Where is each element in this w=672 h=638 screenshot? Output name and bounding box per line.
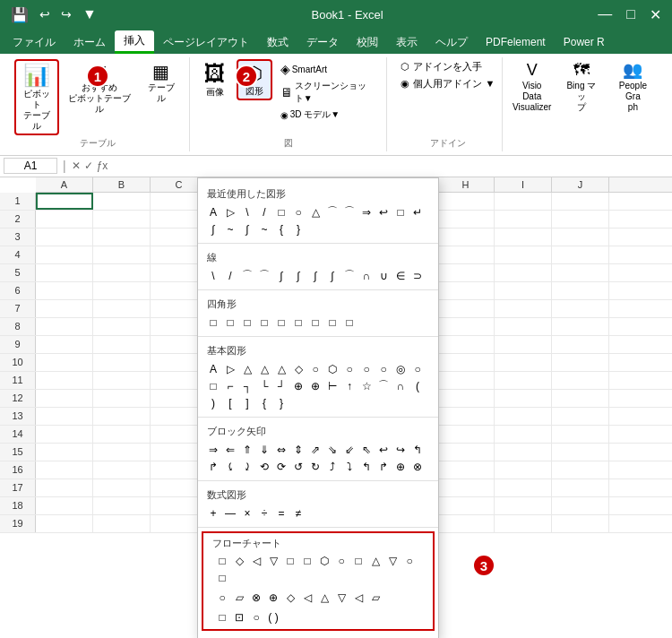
line-z4[interactable]: ∫ [324, 268, 340, 284]
fc-24[interactable]: □ [214, 609, 230, 625]
recommended-pivot-button[interactable]: ⊞ おすすめピボットテーブル [63, 59, 137, 116]
shape-wave4[interactable]: ~ [256, 221, 272, 237]
arrow-17[interactable]: ⟲ [256, 459, 272, 475]
arrow-1[interactable]: ⇒ [205, 442, 221, 458]
screenshot-button[interactable]: 🖥 スクリーンショット▼ [280, 79, 376, 106]
cell-2-9[interactable] [552, 211, 609, 228]
tab-pdfelement[interactable]: PDFelement [477, 30, 555, 54]
cell-17-8[interactable] [495, 479, 552, 496]
fc-15[interactable]: ▱ [231, 590, 247, 606]
line-u[interactable]: ∪ [375, 268, 392, 284]
cell-2-7[interactable] [437, 211, 495, 228]
cell-5-9[interactable] [552, 264, 609, 281]
shape-wave3[interactable]: ∫ [239, 221, 255, 237]
arrow-13[interactable]: ↰ [409, 442, 426, 458]
basic-15[interactable]: ⌐ [222, 378, 238, 394]
cell-1-0[interactable] [36, 193, 93, 210]
line-z2[interactable]: ∫ [290, 268, 306, 284]
line-diag1[interactable]: \ [205, 268, 221, 284]
cell-6-8[interactable] [495, 282, 552, 299]
cell-6-7[interactable] [437, 282, 495, 299]
cell-18-0[interactable] [36, 497, 93, 514]
fc-7[interactable]: ⬡ [316, 553, 332, 569]
math-times[interactable]: × [239, 505, 255, 522]
basic-8[interactable]: ⬡ [324, 361, 340, 377]
table-button[interactable]: ▦ テーブル [141, 59, 182, 106]
line-wave2[interactable]: ⌒ [256, 268, 272, 284]
tab-power-r[interactable]: Power R [555, 30, 614, 54]
cell-3-9[interactable] [552, 228, 609, 246]
cell-7-8[interactable] [495, 300, 552, 317]
basic-24[interactable]: ⌒ [375, 378, 392, 394]
arrow-12[interactable]: ↪ [392, 442, 409, 458]
maximize-icon[interactable]: □ [623, 4, 639, 24]
cell-4-1[interactable] [93, 246, 151, 263]
arrow-21[interactable]: ⤴ [324, 459, 340, 475]
cell-4-7[interactable] [437, 246, 495, 263]
cell-15-1[interactable] [93, 444, 151, 461]
cell-17-1[interactable] [93, 479, 151, 496]
basic-10[interactable]: ○ [358, 361, 375, 377]
arrow-24[interactable]: ↱ [375, 459, 392, 475]
cell-5-7[interactable] [437, 264, 495, 281]
shape-arc2[interactable]: ⌒ [341, 204, 358, 220]
confirm-button[interactable]: ✓ [84, 160, 93, 172]
basic-18[interactable]: ┘ [273, 378, 289, 394]
fc-18[interactable]: ◇ [282, 590, 298, 606]
math-neq[interactable]: ≠ [290, 505, 306, 522]
fc-1[interactable]: □ [214, 553, 230, 569]
fc-6[interactable]: □ [299, 553, 315, 569]
cell-3-7[interactable] [437, 228, 495, 246]
rect-5[interactable]: □ [273, 315, 289, 331]
cell-13-1[interactable] [93, 408, 151, 425]
cell-15-9[interactable] [552, 444, 609, 461]
cell-12-0[interactable] [36, 390, 93, 407]
rect-2[interactable]: □ [222, 315, 238, 331]
image-button[interactable]: 🖼 画像 [197, 59, 233, 99]
arrow-22[interactable]: ⤵ [341, 459, 358, 475]
cell-12-7[interactable] [437, 390, 495, 407]
line-diag2[interactable]: / [222, 268, 238, 284]
cell-7-0[interactable] [36, 300, 93, 317]
cell-15-0[interactable] [36, 444, 93, 461]
shape-rect[interactable]: □ [273, 204, 289, 220]
cell-11-7[interactable] [437, 372, 495, 389]
cell-18-8[interactable] [495, 497, 552, 514]
arrow-20[interactable]: ↻ [307, 459, 323, 475]
minimize-icon[interactable]: — [594, 4, 616, 24]
cell-14-0[interactable] [36, 426, 93, 443]
cell-17-0[interactable] [36, 479, 93, 496]
tab-insert[interactable]: 挿入 [115, 30, 154, 54]
basic-28[interactable]: [ [222, 395, 238, 411]
cell-2-1[interactable] [93, 211, 151, 228]
cell-8-8[interactable] [495, 318, 552, 335]
shape-brace2[interactable]: } [290, 221, 306, 237]
math-minus[interactable]: — [222, 505, 238, 522]
cell-7-1[interactable] [93, 300, 151, 317]
cell-4-8[interactable] [495, 246, 552, 263]
line-supset[interactable]: ⊃ [409, 268, 426, 284]
close-icon[interactable]: ✕ [646, 4, 665, 25]
arrow-16[interactable]: ⤸ [239, 459, 255, 475]
arrow-4[interactable]: ⇓ [256, 442, 272, 458]
cell-11-8[interactable] [495, 372, 552, 389]
visio-button[interactable]: V Visio DataVisualizer [510, 59, 555, 115]
cell-15-8[interactable] [495, 444, 552, 461]
cell-16-7[interactable] [437, 461, 495, 478]
rect-6[interactable]: □ [290, 315, 306, 331]
basic-23[interactable]: ☆ [358, 378, 375, 394]
fc-25[interactable]: ⊡ [231, 609, 247, 625]
basic-5[interactable]: △ [273, 361, 289, 377]
arrow-15[interactable]: ⤹ [222, 459, 238, 475]
arrow-10[interactable]: ⇖ [358, 442, 375, 458]
shape-arc1[interactable]: ⌒ [324, 204, 340, 220]
cell-8-9[interactable] [552, 318, 609, 335]
basic-27[interactable]: ) [205, 395, 221, 411]
fc-8[interactable]: ○ [333, 553, 349, 569]
basic-17[interactable]: └ [256, 378, 272, 394]
fc-9[interactable]: □ [350, 553, 366, 569]
cell-15-7[interactable] [437, 444, 495, 461]
basic-31[interactable]: } [273, 395, 289, 411]
cell-2-0[interactable] [36, 211, 93, 228]
math-plus[interactable]: + [205, 505, 221, 522]
